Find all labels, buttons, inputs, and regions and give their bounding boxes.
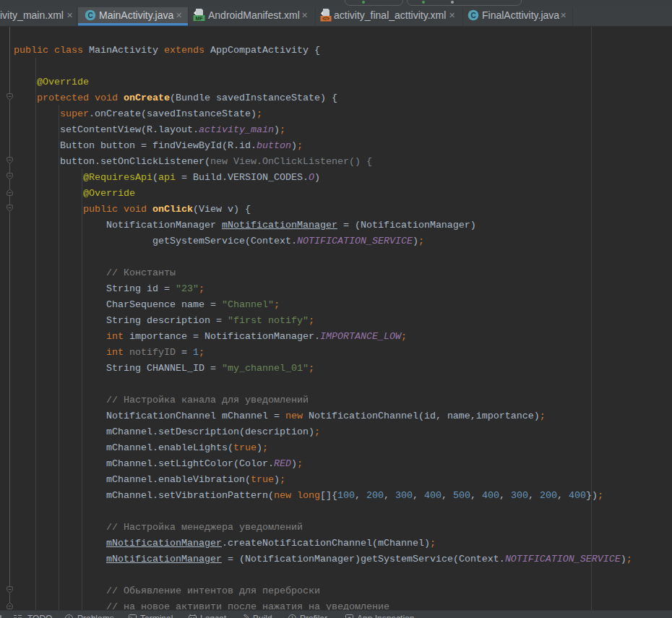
svg-text:MF: MF — [195, 16, 203, 21]
svg-text:</>: </> — [322, 16, 329, 21]
svg-text:C: C — [87, 12, 92, 20]
svg-text:C: C — [470, 12, 475, 20]
